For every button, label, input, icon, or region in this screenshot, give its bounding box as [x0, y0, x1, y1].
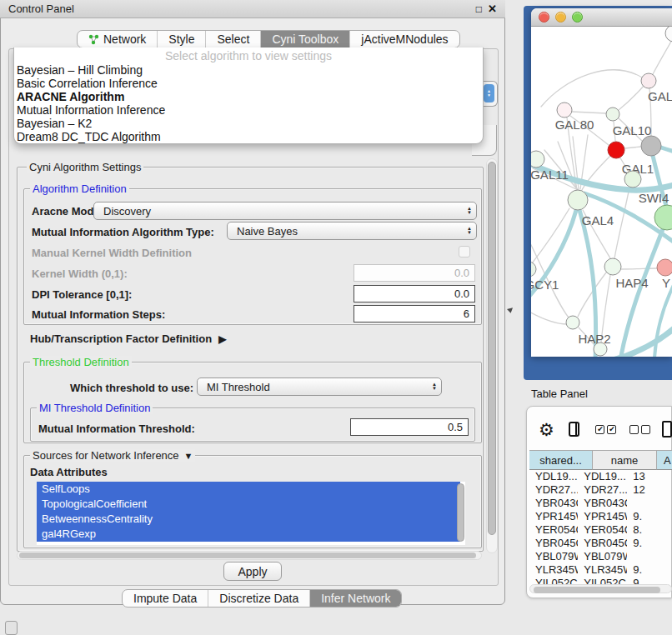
table-row[interactable]: YDL19...YDL19...13 [529, 470, 672, 483]
network-node[interactable] [654, 205, 672, 230]
node-label: GAL4 [582, 213, 614, 228]
dropdown-item[interactable]: Dream8 DC_TDC Algorithm [14, 130, 483, 143]
settings-horizontal-scrollbar[interactable] [17, 551, 482, 560]
column-header-partial[interactable]: A [657, 450, 672, 470]
control-panel-titlebar[interactable]: Control Panel □ ✕ [0, 0, 505, 18]
tab-network[interactable]: Network [78, 31, 157, 48]
tab-discretize-data[interactable]: Discretize Data [208, 590, 309, 607]
float-window-icon[interactable]: □ [476, 4, 482, 14]
apply-button[interactable]: Apply [223, 562, 282, 581]
dropdown-item[interactable]: Mutual Information Inference [14, 103, 483, 117]
table-row[interactable]: YLR345WYLR345W9. [529, 563, 672, 577]
collapsed-panel-button[interactable] [5, 621, 18, 635]
network-node[interactable] [531, 151, 544, 168]
dropdown-item[interactable]: Basic Correlation Inference [14, 77, 483, 90]
table-row[interactable]: YBR043CYBR043C [529, 497, 672, 510]
close-window-icon[interactable]: ✕ [488, 3, 497, 14]
control-panel-tabs: Network Style Select Cyni Toolbox jActiv… [77, 30, 460, 48]
network-node[interactable] [557, 102, 572, 118]
column-header-name[interactable]: name [593, 450, 657, 470]
network-window-titlebar[interactable] [531, 8, 672, 27]
dropdown-item[interactable]: Bayesian – Hill Climbing [14, 63, 483, 77]
network-node[interactable] [606, 108, 619, 121]
minimize-traffic-light-icon[interactable] [555, 12, 566, 22]
tab-cyni-toolbox[interactable]: Cyni Toolbox [260, 31, 349, 48]
tab-select[interactable]: Select [205, 31, 260, 48]
network-node[interactable] [641, 73, 656, 88]
gear-icon[interactable]: ⚙ [539, 421, 554, 438]
network-edge[interactable] [531, 310, 567, 324]
tab-impute-data[interactable]: Impute Data [123, 590, 208, 607]
tab-jactivemnodules[interactable]: jActiveMNodules [349, 31, 459, 48]
table-row[interactable]: YDR27...YDR27...12 [529, 483, 672, 497]
sources-group-header[interactable]: Sources for Network Inference ▼ [30, 449, 195, 462]
table-body: YDL19...YDL19...13 YDR27...YDR27...12 YB… [529, 470, 672, 584]
dpi-tolerance-field[interactable]: 0.0 [354, 285, 475, 302]
node-label: GCY1 [531, 278, 559, 292]
table-row[interactable]: YBL079WYBL079W [529, 550, 672, 563]
network-node[interactable] [566, 316, 579, 329]
node-label: Y [662, 276, 670, 290]
manual-kernel-checkbox[interactable] [459, 246, 470, 258]
tab-style[interactable]: Style [157, 31, 205, 48]
deselect-all-icon[interactable] [629, 425, 650, 434]
list-item[interactable]: TopologicalCoefficient [37, 497, 460, 512]
network-edge[interactable] [619, 86, 644, 110]
node-label: HAP2 [578, 332, 610, 346]
network-node[interactable] [531, 262, 536, 277]
network-canvas[interactable]: GALGAL80GAL10GAL1GAL11SWI4GAL4GCY1HAP4YH… [531, 27, 672, 357]
hub-definition-expander[interactable]: Hub/Transcription Factor Definition ▶ [30, 332, 226, 345]
table-row[interactable]: YER054CYER054C8. [529, 523, 672, 537]
network-node[interactable] [665, 27, 672, 42]
network-edge[interactable] [621, 268, 657, 269]
cyni-settings-title: Cyni Algorithm Settings [27, 161, 143, 173]
network-node[interactable] [604, 258, 621, 275]
mi-threshold-field[interactable]: 0.5 [350, 418, 469, 436]
new-column-icon[interactable] [662, 421, 672, 438]
list-item[interactable]: gal4RGexp [37, 527, 460, 542]
aracne-mode-combo[interactable]: Discovery ▲▼ [93, 202, 477, 220]
network-edge[interactable] [661, 148, 672, 153]
column-header-shared-name[interactable]: shared... [529, 450, 593, 470]
table-row[interactable]: YIL052CYIL052C9 [529, 577, 672, 584]
list-scrollbar-thumb[interactable] [457, 483, 464, 542]
table-row[interactable]: YPR145WYPR145W9. [529, 510, 672, 523]
table-horizontal-scrollbar[interactable] [529, 584, 672, 593]
dropdown-item[interactable]: Bayesian – K2 [14, 117, 483, 130]
scrollbar-thumb[interactable] [534, 587, 660, 593]
tab-infer-network-label: Infer Network [321, 592, 390, 605]
tab-infer-network[interactable]: Infer Network [309, 590, 401, 607]
table-row[interactable]: YBR045CYBR045C9. [529, 537, 672, 550]
scrollbar-thumb[interactable] [19, 552, 476, 558]
kernel-width-field[interactable]: 0.0 [354, 264, 475, 282]
which-threshold-combo[interactable]: MI Threshold ▲▼ [197, 378, 442, 396]
close-traffic-light-icon[interactable] [539, 12, 549, 22]
dropdown-item-selected[interactable]: ARACNE Algorithm [14, 90, 483, 103]
zoom-traffic-light-icon[interactable] [572, 12, 583, 22]
mi-steps-field[interactable]: 6 [354, 305, 475, 322]
network-node[interactable] [608, 142, 624, 158]
node-label: SWI4 [639, 191, 669, 205]
network-edge[interactable] [572, 112, 606, 113]
network-edge[interactable] [653, 38, 672, 74]
network-edge[interactable] [624, 147, 641, 148]
network-edge[interactable] [614, 188, 629, 258]
network-node[interactable] [594, 342, 607, 356]
list-item[interactable]: BetweennessCentrality [37, 512, 460, 527]
dpi-tolerance-value: 0.0 [454, 288, 469, 300]
settings-vertical-scrollbar[interactable] [486, 158, 498, 553]
network-node[interactable] [624, 171, 641, 188]
dropdown-prompt: Select algorithm to view settings [14, 49, 483, 63]
network-node[interactable] [568, 190, 588, 210]
columns-icon[interactable] [569, 422, 580, 437]
tab-cyni-toolbox-label: Cyni Toolbox [272, 32, 339, 46]
hub-definition-label: Hub/Transcription Factor Definition [30, 332, 212, 345]
network-edge[interactable] [541, 70, 642, 107]
select-all-icon[interactable]: ✔✔ [595, 425, 616, 434]
list-item[interactable]: SelfLoops [37, 482, 460, 497]
table-toolbar: ⚙ ✔✔ [526, 412, 672, 446]
network-node[interactable] [641, 136, 661, 156]
scrollbar-thumb[interactable] [488, 162, 496, 535]
network-node[interactable] [657, 259, 672, 276]
mi-type-combo[interactable]: Naive Bayes ▲▼ [227, 222, 477, 240]
